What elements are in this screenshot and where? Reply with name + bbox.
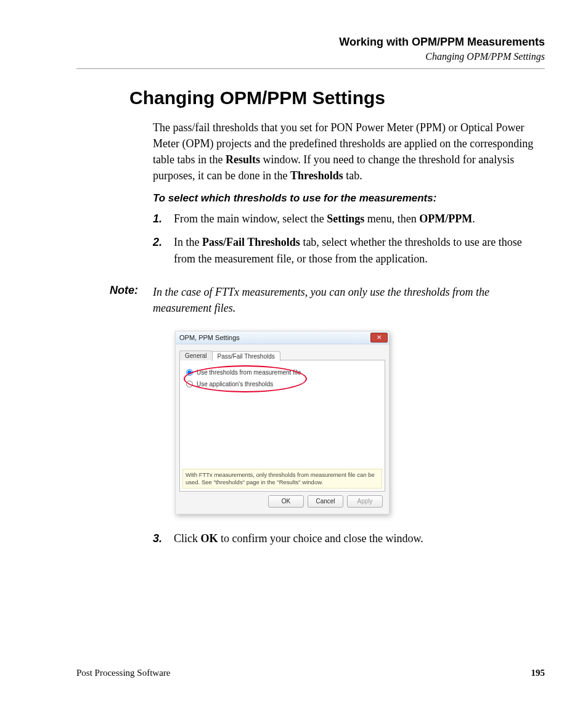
radio-label: Use thresholds from measurement file (197, 369, 301, 376)
close-button[interactable]: ✕ (370, 333, 388, 343)
bold: OK (201, 532, 218, 545)
ok-button[interactable]: OK (268, 495, 304, 508)
text: to confirm your choice and close the win… (218, 532, 423, 545)
step-number: 3. (153, 530, 162, 546)
bold: OPM/PPM (419, 213, 472, 225)
hint-banner: With FTTx measurements, only thresholds … (182, 469, 382, 489)
note-label: Note: (110, 284, 153, 316)
running-head-title: Working with OPM/PPM Measurements (76, 36, 545, 49)
footer-product: Post Processing Software (76, 668, 171, 678)
step-1: 1. From the main window, select the Sett… (153, 211, 545, 227)
text: In the (174, 236, 202, 248)
radio-input[interactable] (186, 381, 193, 387)
radio-label: Use application's thresholds (197, 381, 273, 387)
bold: Settings (327, 213, 364, 225)
text: Click (174, 532, 201, 545)
note-text: In the case of FTTx measurements, you ca… (153, 284, 545, 316)
cancel-button[interactable]: Cancel (308, 495, 343, 508)
text: tab. (343, 169, 362, 182)
step-number: 1. (153, 211, 162, 227)
step-2: 2. In the Pass/Fail Thresholds tab, sele… (153, 234, 545, 266)
procedure-lead: To select which thresholds to use for th… (153, 192, 545, 205)
text: . (472, 213, 475, 225)
step-3: 3. Click OK to confirm your choice and c… (153, 530, 545, 546)
tab-content: Use thresholds from measurement file Use… (179, 360, 385, 492)
header-rule (76, 68, 545, 69)
text: From the main window, select the (174, 213, 327, 225)
apply-button[interactable]: Apply (347, 495, 383, 508)
bold: Pass/Fail Thresholds (202, 236, 300, 248)
radio-measurement-file[interactable]: Use thresholds from measurement file (186, 369, 378, 376)
bold: Results (226, 153, 260, 166)
section-heading: Changing OPM/PPM Settings (129, 87, 545, 108)
dialog-title: OPM, PPM Settings (179, 334, 240, 341)
close-icon: ✕ (377, 335, 382, 341)
tab-general[interactable]: General (179, 351, 213, 360)
intro-paragraph: The pass/fail thresholds that you set fo… (153, 120, 545, 184)
footer-page-number: 195 (531, 668, 545, 678)
dialog-titlebar: OPM, PPM Settings ✕ (176, 331, 389, 344)
radio-input[interactable] (186, 369, 193, 376)
settings-dialog: OPM, PPM Settings ✕ General Pass/Fail Th… (175, 331, 390, 514)
tab-thresholds[interactable]: Pass/Fail Thresholds (212, 351, 280, 361)
radio-application[interactable]: Use application's thresholds (186, 381, 378, 387)
step-number: 2. (153, 234, 162, 250)
running-head-subtitle: Changing OPM/PPM Settings (76, 51, 545, 62)
text: menu, then (364, 213, 419, 225)
bold: Thresholds (290, 169, 343, 182)
